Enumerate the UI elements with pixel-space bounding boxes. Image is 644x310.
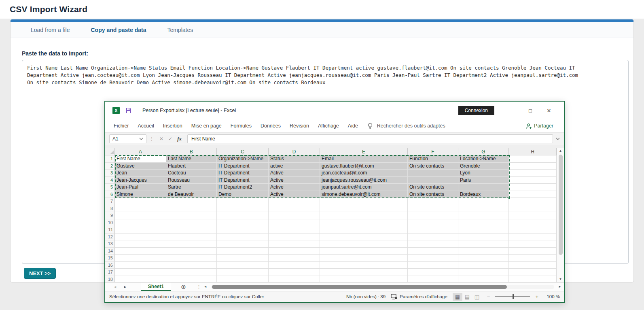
row-number-6[interactable]: 6 <box>105 191 115 198</box>
cell-G16[interactable] <box>458 262 509 269</box>
cell-G1[interactable]: Location->Name <box>458 155 509 163</box>
insert-function-icon[interactable]: fx <box>175 136 184 142</box>
cell-H18[interactable] <box>509 276 557 282</box>
scroll-right-icon[interactable]: ► <box>556 285 564 289</box>
cell-A16[interactable] <box>115 262 166 269</box>
cell-H15[interactable] <box>509 255 557 262</box>
cell-A8[interactable] <box>115 205 166 212</box>
ribbon-tab-affichage[interactable]: Affichage <box>314 123 343 129</box>
ribbon-tab-fichier[interactable]: Fichier <box>109 123 133 129</box>
cell-F18[interactable] <box>408 276 458 282</box>
page-layout-view-icon[interactable]: ▤ <box>462 293 472 301</box>
cell-H14[interactable] <box>509 248 557 255</box>
cancel-icon[interactable]: ✕ <box>157 136 166 142</box>
horizontal-scroll-thumb[interactable] <box>212 285 507 289</box>
cell-B1[interactable]: Last Name <box>166 155 217 163</box>
cell-A1[interactable]: First Name <box>115 155 166 163</box>
cell-H10[interactable] <box>509 219 557 227</box>
row-number-11[interactable]: 11 <box>105 226 115 234</box>
cell-A5[interactable]: Jean-Paul <box>115 184 166 191</box>
row-number-12[interactable]: 12 <box>105 234 115 241</box>
page-break-view-icon[interactable]: ◫ <box>472 293 482 301</box>
cell-E6[interactable]: simone.debeauvoir@it.com <box>320 191 408 198</box>
ribbon-tab-aide[interactable]: Aide <box>343 123 362 129</box>
cell-A10[interactable] <box>115 219 166 227</box>
row-number-2[interactable]: 2 <box>105 163 115 170</box>
cell-F2[interactable]: On site contacts <box>408 163 458 170</box>
cell-E3[interactable]: jean.cocteau@it.com <box>320 170 408 177</box>
cell-F3[interactable] <box>408 170 458 177</box>
search-tools-hint[interactable]: Rechercher des outils adaptés <box>377 123 445 129</box>
cell-G14[interactable] <box>458 248 509 255</box>
cell-C12[interactable] <box>217 234 269 241</box>
cell-D5[interactable]: Active <box>269 184 320 191</box>
cell-G10[interactable] <box>458 219 509 227</box>
cell-H13[interactable] <box>509 240 557 248</box>
scroll-down-icon[interactable]: ▼ <box>559 276 562 282</box>
cell-C14[interactable] <box>217 248 269 255</box>
cell-D3[interactable]: Active <box>269 170 320 177</box>
prev-sheet-icon[interactable]: ◄ <box>110 285 120 289</box>
cell-C9[interactable] <box>217 212 269 219</box>
cell-D2[interactable]: active <box>269 163 320 170</box>
cell-G17[interactable] <box>458 269 509 276</box>
cell-F13[interactable] <box>408 240 458 248</box>
cell-C8[interactable] <box>217 205 269 212</box>
enter-icon[interactable]: ✓ <box>166 136 175 142</box>
cell-B16[interactable] <box>166 262 217 269</box>
name-box[interactable]: A1 <box>109 134 146 143</box>
cell-D7[interactable] <box>269 198 320 205</box>
cell-G11[interactable] <box>458 226 509 234</box>
cell-E11[interactable] <box>320 226 408 234</box>
cell-E7[interactable] <box>320 198 408 205</box>
cell-A13[interactable] <box>115 240 166 248</box>
cell-F14[interactable] <box>408 248 458 255</box>
zoom-in-icon[interactable]: + <box>535 294 538 300</box>
cell-E16[interactable] <box>320 262 408 269</box>
cell-H6[interactable] <box>509 191 557 198</box>
maximize-icon[interactable]: □ <box>521 108 540 114</box>
row-number-13[interactable]: 13 <box>105 240 115 248</box>
cell-B2[interactable]: Flaubert <box>166 163 217 170</box>
cell-B8[interactable] <box>166 205 217 212</box>
cell-D10[interactable] <box>269 219 320 227</box>
cell-B10[interactable] <box>166 219 217 227</box>
cell-B9[interactable] <box>166 212 217 219</box>
zoom-slider-thumb[interactable] <box>513 294 514 299</box>
next-button[interactable]: NEXT >> <box>24 268 56 279</box>
scroll-up-icon[interactable]: ▲ <box>559 148 562 154</box>
column-header-F[interactable]: F <box>408 148 458 155</box>
cell-A7[interactable] <box>115 198 166 205</box>
zoom-level[interactable]: 100 % <box>544 294 560 299</box>
cell-E1[interactable]: Email <box>320 155 408 163</box>
cell-A14[interactable] <box>115 248 166 255</box>
vertical-scrollbar[interactable]: ▲ ▼ <box>557 148 564 282</box>
cell-C13[interactable] <box>217 240 269 248</box>
column-header-A[interactable]: A <box>115 148 166 155</box>
cell-F4[interactable] <box>408 177 458 184</box>
cell-D1[interactable]: Status <box>269 155 320 163</box>
cell-G2[interactable]: Grenoble <box>458 163 509 170</box>
cell-C5[interactable]: IT Department2 <box>217 184 269 191</box>
cell-D17[interactable] <box>269 269 320 276</box>
formula-bar-expand-icon[interactable] <box>556 138 560 140</box>
row-number-5[interactable]: 5 <box>105 184 115 191</box>
cell-B6[interactable]: de Beauvoir <box>166 191 217 198</box>
cell-E9[interactable] <box>320 212 408 219</box>
row-number-4[interactable]: 4 <box>105 177 115 184</box>
cell-C10[interactable] <box>217 219 269 227</box>
column-header-H[interactable]: H <box>509 148 557 155</box>
cell-F7[interactable] <box>408 198 458 205</box>
cell-B4[interactable]: Rousseau <box>166 177 217 184</box>
cell-D9[interactable] <box>269 212 320 219</box>
cell-B12[interactable] <box>166 234 217 241</box>
row-number-9[interactable]: 9 <box>105 212 115 219</box>
cell-C2[interactable]: IT Department <box>217 163 269 170</box>
cell-F11[interactable] <box>408 226 458 234</box>
cell-B3[interactable]: Cocteau <box>166 170 217 177</box>
cell-G5[interactable] <box>458 184 509 191</box>
cell-A4[interactable]: Jean-Jacques <box>115 177 166 184</box>
cell-D14[interactable] <box>269 248 320 255</box>
row-number-10[interactable]: 10 <box>105 219 115 227</box>
cell-D18[interactable] <box>269 276 320 282</box>
